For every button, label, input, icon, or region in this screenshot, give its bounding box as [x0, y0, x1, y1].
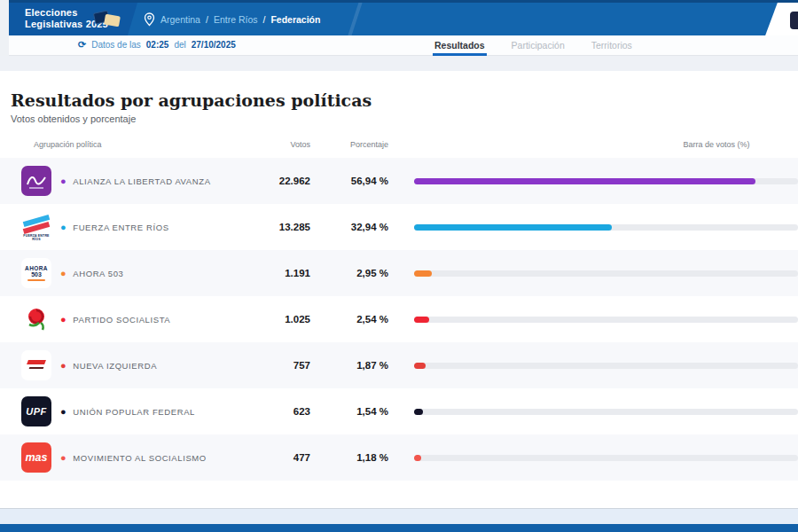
vote-bar-track [414, 270, 798, 277]
logo-caption: FUERZA ENTRE RÍOS [21, 234, 51, 241]
party-name: ●FUERZA ENTRE RÍOS [60, 204, 169, 250]
table-row[interactable]: FUERZA ENTRE RÍOS ●FUERZA ENTRE RÍOS 13.… [0, 204, 798, 250]
vote-bar-track [414, 409, 798, 415]
ballot-icons [94, 9, 124, 30]
party-percentage: 56,94 % [319, 158, 388, 204]
background-gap-band [0, 56, 798, 71]
vote-bar [414, 455, 421, 461]
party-color-dot: ● [60, 361, 66, 371]
breadcrumb-separator: / [206, 14, 208, 25]
party-color-dot: ● [60, 407, 66, 417]
page-subtitle: Votos obtenidos y porcentaje [11, 113, 136, 124]
location-pin-icon [144, 12, 155, 27]
timestamp-date: 27/10/2025 [192, 40, 236, 50]
party-percentage: 32,94 % [319, 204, 388, 250]
table-row[interactable]: ●ALIANZA LA LIBERTAD AVANZA 22.962 56,94… [0, 158, 798, 204]
left-margin-strip [0, 0, 9, 56]
party-percentage: 1,54 % [319, 388, 388, 434]
party-votes: 477 [222, 434, 310, 481]
dark-underline-icon [29, 367, 44, 369]
party-votes: 1.191 [222, 250, 310, 296]
party-logo-union-popular-federal: UPF [21, 396, 51, 426]
party-color-dot: ● [60, 315, 66, 325]
cutoff-dark-button[interactable] [790, 12, 798, 29]
breadcrumb-province[interactable]: Entre Ríos [214, 14, 258, 25]
party-logo-partido-socialista [21, 304, 51, 334]
vote-bar-track [414, 455, 798, 461]
table-row[interactable]: mas ●MOVIMIENTO AL SOCIALISMO 477 1,18 % [0, 434, 798, 481]
breadcrumb: Argentina / Entre Ríos / Federación [144, 12, 320, 27]
logo-caption: AHORA [25, 265, 48, 271]
status-tab-bar: ⟳ Datos de las 02:25 del 27/10/2025 Resu… [9, 35, 798, 56]
timestamp-prefix: Datos de las [91, 40, 141, 50]
tab-resultados[interactable]: Resultados [433, 35, 487, 56]
breadcrumb-country[interactable]: Argentina [160, 14, 200, 25]
table-row[interactable]: AHORA 503 ●AHORA 503 1.191 2,95 % [0, 250, 798, 296]
footer-blue-band [0, 524, 798, 532]
vote-bar [414, 317, 429, 323]
results-panel: Resultados por agrupaciones políticas Vo… [0, 71, 798, 508]
party-color-dot: ● [60, 269, 66, 278]
party-percentage: 1,18 % [319, 434, 388, 481]
party-name: ●NUEVA IZQUIERDA [60, 342, 157, 388]
app-header: Elecciones Legislativas 2025 Argentina /… [9, 0, 798, 35]
party-votes: 1.025 [222, 296, 310, 342]
vote-bar-track [414, 224, 798, 231]
party-logo-nueva-izquierda [21, 350, 51, 380]
party-color-dot: ● [60, 176, 66, 186]
rose-icon [22, 305, 51, 333]
party-votes: 623 [222, 388, 310, 434]
party-logo-movimiento-al-socialismo: mas [21, 442, 51, 473]
header-diagonal-decoration [344, 0, 365, 35]
results-table: ●ALIANZA LA LIBERTAD AVANZA 22.962 56,94… [0, 158, 798, 481]
tab-territorios[interactable]: Territorios [590, 35, 634, 56]
breadcrumb-separator: / [262, 14, 265, 25]
party-name: ●UNIÓN POPULAR FEDERAL [60, 388, 195, 434]
party-votes: 13.285 [222, 204, 310, 250]
party-logo-ahora-503: AHORA 503 [21, 258, 51, 288]
vote-bar [414, 409, 423, 415]
footer-light-band [0, 508, 798, 524]
vote-bar [414, 270, 432, 277]
party-color-dot: ● [60, 223, 66, 232]
vote-bar [414, 224, 612, 231]
party-percentage: 2,54 % [319, 296, 388, 342]
page-title: Resultados por agrupaciones políticas [11, 90, 372, 110]
column-header-votes: Votos [222, 140, 310, 149]
party-name: ●MOVIMIENTO AL SOCIALISMO [60, 434, 207, 481]
party-logo-alianza-la-libertad-avanza [21, 166, 51, 196]
party-votes: 22.962 [222, 158, 310, 204]
election-results-page: Elecciones Legislativas 2025 Argentina /… [0, 0, 798, 532]
party-name: ●PARTIDO SOCIALISTA [60, 296, 170, 342]
vote-bar-track [414, 317, 798, 323]
tab-bar: Resultados Participación Territorios [433, 35, 634, 56]
column-header-party: Agrupación política [34, 140, 102, 149]
vote-bar [414, 178, 755, 184]
column-header-bar: Barra de votos (%) [621, 140, 798, 149]
party-percentage: 1,87 % [319, 342, 388, 388]
logo-caption: UPF [26, 406, 47, 417]
table-row[interactable]: UPF ●UNIÓN POPULAR FEDERAL 623 1,54 % [0, 388, 798, 434]
party-name: ●AHORA 503 [60, 250, 123, 296]
tab-participacion[interactable]: Participación [510, 35, 567, 56]
timestamp-time: 02:25 [146, 40, 169, 50]
table-header-row: Agrupación política Votos Porcentaje Bar… [0, 140, 798, 156]
orange-underline-icon [27, 279, 45, 282]
red-mark-icon [27, 360, 46, 364]
refresh-clock-icon[interactable]: ⟳ [78, 39, 86, 51]
timestamp-middle: del [174, 40, 185, 50]
column-header-percentage: Porcentaje [319, 140, 388, 149]
party-logo-fuerza-entre-rios: FUERZA ENTRE RÍOS [21, 212, 51, 242]
table-row[interactable]: ●NUEVA IZQUIERDA 757 1,87 % [0, 342, 798, 388]
logo-caption: mas [25, 451, 47, 464]
vote-bar-track [414, 363, 798, 369]
data-timestamp: ⟳ Datos de las 02:25 del 27/10/2025 [78, 39, 236, 51]
lla-emblem-icon [21, 166, 51, 196]
logo-caption: 503 [31, 271, 42, 278]
party-name: ●ALIANZA LA LIBERTAD AVANZA [60, 158, 211, 204]
vote-bar-track [414, 178, 798, 184]
party-votes: 757 [222, 342, 310, 388]
table-row[interactable]: ●PARTIDO SOCIALISTA 1.025 2,54 % [0, 296, 798, 342]
breadcrumb-district: Federación [270, 14, 320, 25]
vote-bar [414, 363, 426, 369]
